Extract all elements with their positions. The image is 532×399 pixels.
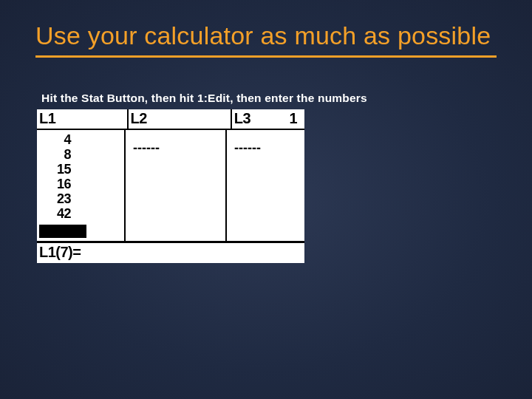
header-page-indicator: 1 xyxy=(287,109,304,129)
column-l3: ------ xyxy=(227,130,304,241)
l1-value: 8 xyxy=(37,147,124,162)
slide-subtitle: Hit the Stat Button, then hit 1:Edit, th… xyxy=(41,92,497,105)
l1-value: 15 xyxy=(37,162,124,177)
status-line: L1(7)= xyxy=(37,243,304,263)
column-l1: 4 8 15 16 23 42 xyxy=(37,130,126,241)
header-l1: L1 xyxy=(37,109,129,129)
l1-value: 23 xyxy=(37,191,124,206)
l1-value: 42 xyxy=(37,206,124,221)
l1-values: 4 8 15 16 23 42 xyxy=(37,130,124,221)
slide: Use your calculator as much as possible … xyxy=(0,0,532,399)
list-header-row: L1 L2 L3 1 xyxy=(37,109,304,130)
list-body: 4 8 15 16 23 42 ------ ------ xyxy=(37,130,304,243)
l3-empty-placeholder: ------ xyxy=(227,130,304,156)
header-l2: L2 xyxy=(129,109,232,129)
cursor-block xyxy=(39,225,86,238)
l1-value: 16 xyxy=(37,177,124,191)
slide-title: Use your calculator as much as possible xyxy=(35,21,497,51)
header-l3: L3 xyxy=(232,109,287,129)
column-l2: ------ xyxy=(126,130,227,241)
l1-value: 4 xyxy=(37,132,124,147)
l2-empty-placeholder: ------ xyxy=(126,130,225,156)
title-underline xyxy=(35,55,497,58)
calculator-screen: L1 L2 L3 1 4 8 15 16 23 42 ------ xyxy=(37,109,304,263)
